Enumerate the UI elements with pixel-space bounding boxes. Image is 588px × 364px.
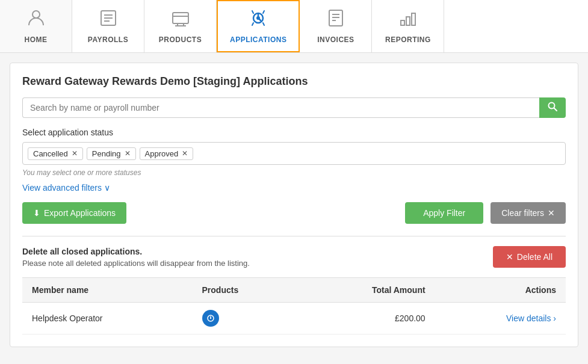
download-icon: ⬇ (33, 208, 40, 218)
svg-line-20 (554, 108, 557, 111)
svg-rect-5 (173, 13, 188, 23)
tag-pending: Pending ✕ (87, 147, 136, 160)
col-member-name: Member name (22, 278, 193, 303)
tag-approved-remove[interactable]: ✕ (182, 149, 188, 158)
tag-approved: Approved ✕ (140, 147, 194, 160)
status-hint: You may select one or more statuses (22, 168, 566, 177)
advanced-filters-label: View advanced filters (22, 183, 102, 193)
top-navigation: HOME PAYROLLS PRODUCTS (0, 0, 588, 53)
advanced-filters-link[interactable]: View advanced filters ∨ (22, 183, 110, 193)
nav-item-applications[interactable]: APPLICATIONS (217, 0, 300, 52)
products-icon (171, 8, 190, 32)
tag-pending-remove[interactable]: ✕ (125, 149, 131, 158)
table-row: Helpdesk Operator £200.00 View details › (22, 303, 566, 335)
delete-icon: ✕ (506, 252, 513, 262)
nav-label-reporting: REPORTING (385, 35, 431, 44)
clear-icon: ✕ (548, 208, 555, 218)
status-filter-box[interactable]: Cancelled ✕ Pending ✕ Approved ✕ (22, 142, 566, 165)
clear-filters-button[interactable]: Clear filters ✕ (491, 202, 566, 224)
nav-item-payrolls[interactable]: PAYROLLS (72, 0, 144, 52)
delete-title: Delete all closed applications. (22, 247, 142, 256)
svg-rect-17 (406, 17, 410, 25)
col-total-amount: Total Amount (298, 278, 435, 303)
tag-cancelled-label: Cancelled (33, 149, 68, 158)
col-actions: Actions (435, 278, 566, 303)
home-icon (26, 8, 46, 32)
view-details-link[interactable]: View details › (506, 313, 556, 323)
cell-actions: View details › (435, 303, 566, 335)
tag-approved-label: Approved (145, 149, 179, 158)
applications-table: Member name Products Total Amount Action… (22, 277, 566, 335)
nav-label-products: PRODUCTS (159, 35, 202, 44)
svg-point-23 (210, 318, 211, 319)
nav-item-products[interactable]: PRODUCTS (144, 0, 217, 52)
nav-label-home: HOME (25, 35, 48, 44)
search-input[interactable] (22, 97, 539, 118)
svg-point-11 (256, 16, 260, 20)
delete-info: Delete all closed applications. Please n… (22, 247, 250, 268)
clear-btn-label: Clear filters (501, 208, 544, 218)
filter-label: Select application status (22, 128, 566, 137)
col-products: Products (193, 278, 298, 303)
tag-pending-label: Pending (92, 149, 121, 158)
tag-cancelled: Cancelled ✕ (28, 147, 83, 160)
delete-section: Delete all closed applications. Please n… (22, 236, 566, 277)
invoices-icon (326, 8, 345, 32)
cell-products (193, 303, 298, 335)
nav-item-reporting[interactable]: REPORTING (372, 0, 444, 52)
applications-icon (249, 8, 268, 32)
export-btn-label: Export Applications (44, 208, 116, 218)
advanced-filters-chevron: ∨ (104, 183, 110, 193)
cell-total-amount: £200.00 (298, 303, 435, 335)
reporting-icon (398, 8, 418, 32)
tag-cancelled-remove[interactable]: ✕ (72, 149, 78, 158)
main-content-panel: Reward Gateway Rewards Demo [Staging] Ap… (10, 63, 578, 347)
apply-filter-button[interactable]: Apply Filter (405, 202, 483, 224)
search-button[interactable] (539, 97, 566, 118)
status-tag-input[interactable] (197, 149, 560, 158)
nav-label-applications: APPLICATIONS (230, 35, 286, 44)
nav-item-invoices[interactable]: INVOICES (300, 0, 372, 52)
product-icon (202, 310, 219, 327)
delete-all-button[interactable]: ✕ Delete All (493, 246, 566, 268)
action-buttons-row: ⬇ Export Applications Apply Filter Clear… (22, 202, 566, 224)
cell-member-name: Helpdesk Operator (22, 303, 193, 335)
payrolls-icon (99, 8, 118, 32)
svg-rect-16 (401, 20, 404, 25)
search-row (22, 97, 566, 118)
svg-point-0 (32, 11, 40, 18)
delete-desc: Please note all deleted applications wil… (22, 259, 250, 268)
nav-item-home[interactable]: HOME (0, 0, 72, 52)
apply-btn-label: Apply Filter (423, 208, 465, 218)
svg-rect-18 (412, 13, 415, 25)
export-applications-button[interactable]: ⬇ Export Applications (22, 202, 126, 224)
nav-label-payrolls: PAYROLLS (88, 35, 128, 44)
page-title: Reward Gateway Rewards Demo [Staging] Ap… (22, 75, 566, 88)
nav-label-invoices: INVOICES (317, 35, 354, 44)
table-header-row: Member name Products Total Amount Action… (22, 278, 566, 303)
delete-btn-label: Delete All (517, 252, 552, 262)
